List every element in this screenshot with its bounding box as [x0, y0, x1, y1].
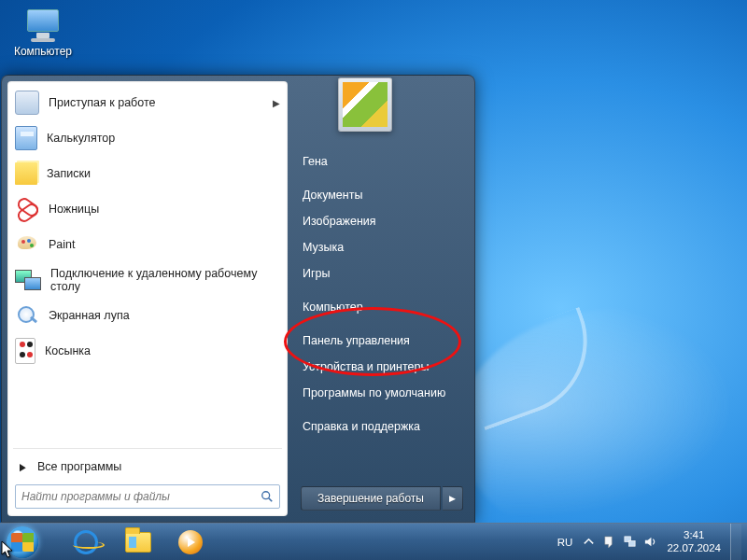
svg-rect-3: [629, 541, 636, 547]
language-indicator[interactable]: RU: [557, 537, 573, 548]
start-menu-program-item[interactable]: Косынка: [9, 333, 286, 369]
desktop-icon-computer[interactable]: Компьютер: [13, 7, 73, 58]
start-menu-right-link[interactable]: Изображения: [301, 208, 463, 234]
gs-icon: [15, 91, 39, 115]
start-menu-program-item[interactable]: Записки: [9, 156, 286, 191]
windows-logo-icon: [7, 526, 38, 558]
svg-point-0: [262, 492, 270, 499]
chevron-right-icon: ▶: [449, 494, 456, 503]
ie-icon: [74, 530, 98, 554]
paint-icon: [15, 232, 39, 257]
desktop[interactable]: Компьютер Приступая к работе▶Калькулятор…: [0, 0, 747, 560]
taskbar-pinned: [62, 526, 215, 558]
chevron-right-icon: ▶: [273, 98, 280, 108]
separator: [13, 448, 282, 449]
start-menu-right-link[interactable]: Музыка: [301, 234, 463, 260]
start-menu-right-link[interactable]: Игры: [301, 260, 463, 287]
volume-icon[interactable]: [643, 535, 657, 549]
start-menu-program-label: Экранная лупа: [49, 309, 130, 322]
start-button[interactable]: [4, 524, 41, 561]
start-menu-program-item[interactable]: Подключение к удаленному рабочему столу: [9, 262, 286, 298]
start-menu-right-link[interactable]: Документы: [301, 182, 463, 208]
shutdown-options-button[interactable]: ▶: [443, 486, 463, 511]
start-menu-right-link[interactable]: Устройства и принтеры: [301, 354, 463, 380]
desktop-icon-label: Компьютер: [13, 45, 73, 58]
taskbar-ie[interactable]: [62, 526, 110, 558]
start-menu-program-item[interactable]: Калькулятор: [9, 120, 286, 156]
start-menu-program-label: Ножницы: [49, 203, 99, 216]
show-hidden-icons-icon[interactable]: [582, 535, 596, 549]
svg-line-1: [269, 498, 273, 502]
start-menu-right-pane: ГенаДокументыИзображенияМузыкаИгрыКомпью…: [288, 81, 469, 516]
start-menu-program-item[interactable]: Ножницы: [9, 191, 286, 227]
start-menu-right-link[interactable]: Справка и поддержка: [301, 413, 463, 440]
start-menu-right-link[interactable]: Компьютер: [301, 294, 463, 320]
explorer-icon: [125, 532, 151, 553]
show-desktop-button[interactable]: [730, 524, 741, 561]
start-menu-right-link[interactable]: Панель управления: [301, 328, 463, 354]
user-picture: [343, 82, 388, 127]
action-center-icon[interactable]: [602, 535, 616, 549]
shutdown-row: Завершение работы ▶: [301, 486, 463, 511]
search-input[interactable]: [21, 490, 261, 503]
rdp-icon: [15, 268, 41, 292]
start-menu: Приступая к работе▶КалькуляторЗапискиНож…: [1, 75, 475, 523]
start-menu-right-link[interactable]: Гена: [301, 148, 463, 175]
start-menu-program-item[interactable]: Экранная лупа: [9, 298, 286, 333]
search-box[interactable]: [15, 484, 280, 509]
all-programs-button[interactable]: ▶ Все программы: [7, 453, 288, 481]
taskbar-media-player[interactable]: [166, 526, 215, 558]
start-menu-program-label: Paint: [49, 238, 76, 251]
wallpaper-curve: [457, 307, 608, 430]
clock-time: 3:41: [667, 529, 721, 542]
start-menu-program-list: Приступая к работе▶КалькуляторЗапискиНож…: [7, 81, 288, 444]
start-menu-program-label: Подключение к удаленному рабочему столу: [50, 267, 278, 294]
note-icon: [15, 162, 37, 185]
wallpaper-glow: [458, 308, 747, 551]
taskbar-explorer[interactable]: [114, 526, 162, 558]
media-player-icon: [178, 530, 203, 554]
clock-date: 22.07.2024: [667, 542, 721, 555]
start-menu-right-link[interactable]: Программы по умолчанию: [301, 380, 463, 406]
all-programs-label: Все программы: [37, 460, 121, 473]
taskbar: RU 3:41 22.07.2024: [0, 523, 747, 560]
start-menu-program-label: Приступая к работе: [49, 96, 155, 109]
shutdown-button[interactable]: Завершение работы: [301, 486, 441, 511]
network-icon[interactable]: [623, 535, 637, 549]
start-menu-program-label: Косынка: [45, 344, 91, 357]
system-tray: RU 3:41 22.07.2024: [557, 524, 747, 561]
tray-icons: [582, 535, 657, 549]
mag-icon: [15, 303, 39, 328]
start-menu-program-item[interactable]: Приступая к работе▶: [9, 85, 286, 120]
start-menu-program-label: Записки: [47, 167, 91, 180]
start-menu-program-label: Калькулятор: [47, 132, 115, 145]
card-icon: [15, 338, 35, 364]
computer-icon: [23, 7, 63, 43]
chevron-right-icon: ▶: [20, 461, 25, 473]
calc-icon: [15, 126, 37, 150]
start-menu-program-item[interactable]: Paint: [9, 227, 286, 262]
user-picture-frame[interactable]: [338, 77, 392, 132]
snip-icon: [15, 197, 39, 221]
start-menu-left-pane: Приступая к работе▶КалькуляторЗапискиНож…: [7, 81, 288, 516]
clock[interactable]: 3:41 22.07.2024: [667, 529, 721, 555]
search-icon: [261, 490, 274, 503]
shutdown-label: Завершение работы: [317, 492, 424, 505]
